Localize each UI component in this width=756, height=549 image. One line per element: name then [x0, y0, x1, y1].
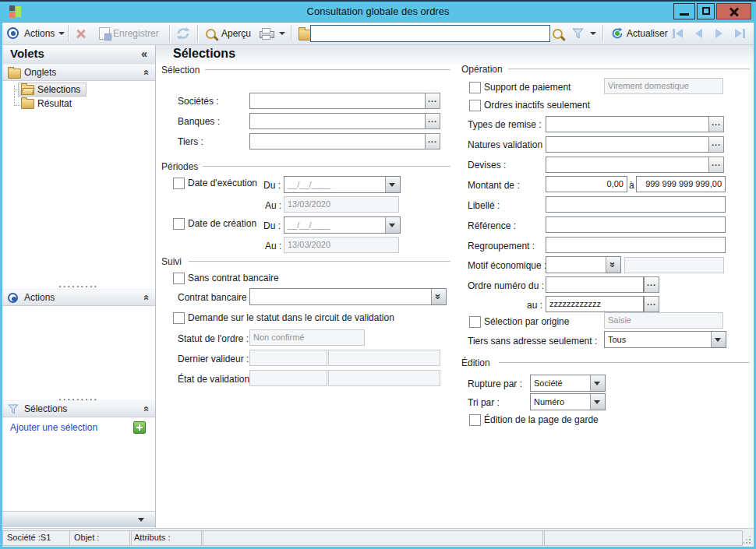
combo-arrow-icon[interactable]: [385, 177, 400, 192]
date-creation-checkbox[interactable]: [173, 218, 185, 230]
types-remise-browse-button[interactable]: [708, 116, 724, 132]
section-actions-header[interactable]: Actions «: [2, 289, 155, 306]
group-operation-legend: Opération: [461, 64, 503, 75]
section-onglets-header[interactable]: Onglets «: [2, 64, 155, 81]
combo-arrow-icon[interactable]: [590, 394, 605, 410]
montant-min-input[interactable]: 0,00: [546, 176, 627, 192]
ordre-numero-du-input[interactable]: [546, 276, 644, 293]
types-remise-input[interactable]: [546, 116, 709, 132]
ordre-numero-du-browse-button[interactable]: [644, 276, 659, 293]
combo-double-chevron-icon[interactable]: [606, 257, 620, 273]
selection-origine-input: Saisie: [604, 312, 723, 329]
collapse-panel-icon[interactable]: «: [141, 48, 147, 60]
ordre-numero-au-browse-button[interactable]: [644, 296, 659, 312]
preview-magnifier-icon[interactable]: [206, 29, 216, 39]
toolbar-separator: [68, 25, 69, 42]
group-line: [203, 166, 450, 167]
au-label: Au :: [265, 241, 281, 252]
delete-icon[interactable]: [76, 28, 87, 39]
preview-button[interactable]: Aperçu: [221, 27, 251, 40]
devises-browse-button[interactable]: [708, 157, 724, 173]
search-input[interactable]: [310, 25, 550, 42]
page-title-strip: Sélections: [156, 45, 754, 64]
section-onglets-label: Onglets: [24, 67, 56, 78]
banques-label: Banques :: [178, 116, 220, 127]
toolbar-separator: [197, 25, 199, 42]
combo-arrow-icon[interactable]: [711, 332, 726, 347]
contrat-bancaire-combo[interactable]: [249, 288, 447, 305]
combo-arrow-icon[interactable]: [590, 375, 605, 391]
tree-item-resultat[interactable]: Résultat: [37, 98, 72, 109]
page-garde-label: Édition de la page de garde: [484, 414, 599, 425]
selection-origine-checkbox[interactable]: [469, 316, 481, 328]
minimize-button[interactable]: [673, 3, 695, 19]
collapse-section-icon[interactable]: «: [140, 294, 151, 300]
tree-item-selections[interactable]: Sélections: [37, 84, 80, 95]
natures-validation-input[interactable]: [546, 136, 709, 153]
collapse-section-icon[interactable]: «: [140, 69, 151, 75]
libelle-input[interactable]: [546, 196, 726, 213]
close-button[interactable]: [716, 3, 751, 19]
nav-previous-button[interactable]: [691, 26, 707, 40]
group-periodes-legend: Périodes: [161, 161, 198, 172]
etat-validation-label: État de validation :: [178, 374, 255, 385]
date-creation-du-combo[interactable]: __/__/____: [284, 216, 401, 234]
montant-max-input[interactable]: 999 999 999 999,00: [636, 176, 726, 192]
nav-first-button[interactable]: [671, 26, 687, 40]
tri-par-label: Tri par :: [468, 397, 500, 408]
save-button[interactable]: Enregistrer: [113, 27, 159, 40]
tiers-input[interactable]: [249, 133, 426, 150]
devises-input[interactable]: [546, 157, 709, 173]
tri-par-combo[interactable]: Numéro: [530, 393, 606, 410]
refresh-icon[interactable]: [176, 26, 190, 40]
natures-validation-browse-button[interactable]: [708, 136, 724, 153]
societes-browse-button[interactable]: [425, 93, 440, 109]
motif-economique-input: [624, 257, 724, 273]
collapse-section-icon[interactable]: «: [140, 406, 151, 411]
montant-de-label: Montant de :: [468, 180, 520, 191]
date-execution-du-combo[interactable]: __/__/____: [284, 176, 401, 193]
tree-guide: [14, 105, 20, 106]
save-icon[interactable]: [99, 27, 110, 40]
combo-arrow-icon[interactable]: [385, 217, 400, 233]
print-caret-icon[interactable]: [279, 32, 285, 35]
nav-next-button[interactable]: [712, 26, 727, 40]
banques-input[interactable]: [249, 113, 426, 129]
nav-last-button[interactable]: [732, 26, 747, 40]
motif-economique-combo[interactable]: [546, 256, 621, 273]
tiers-sans-adresse-combo[interactable]: Tous: [604, 331, 726, 348]
section-selections-header[interactable]: Sélections «: [2, 400, 155, 417]
banques-browse-button[interactable]: [425, 113, 440, 129]
filter-caret-icon[interactable]: [590, 32, 596, 35]
maximize-button[interactable]: [697, 3, 715, 19]
a-label: à: [629, 180, 634, 191]
date-execution-au-input: 13/03/2020: [284, 196, 399, 213]
filter-funnel-icon[interactable]: [572, 28, 584, 39]
refresh-button[interactable]: Actualiser: [627, 27, 668, 40]
rupture-par-combo[interactable]: Société: [530, 375, 606, 392]
support-paiement-checkbox[interactable]: [469, 82, 481, 93]
print-icon[interactable]: [260, 28, 273, 39]
panel-splitter[interactable]: [2, 279, 155, 288]
actions-caret-icon[interactable]: [58, 32, 65, 35]
societes-input[interactable]: [249, 93, 426, 109]
ordre-numero-au-input[interactable]: zzzzzzzzzzzz: [546, 296, 644, 312]
page-garde-checkbox[interactable]: [469, 414, 481, 426]
resize-grip[interactable]: [741, 534, 751, 544]
scroll-down-bar[interactable]: [2, 511, 155, 527]
reference-input[interactable]: [546, 216, 726, 233]
ordre-numero-au-label: au :: [527, 300, 542, 311]
date-execution-checkbox[interactable]: [173, 178, 185, 189]
search-magnifier-icon[interactable]: [553, 29, 563, 39]
demande-statut-checkbox[interactable]: [173, 312, 185, 324]
combo-double-chevron-icon[interactable]: [431, 289, 446, 304]
actions-menu-button[interactable]: Actions: [24, 27, 55, 40]
sans-contrat-checkbox[interactable]: [173, 273, 185, 284]
date-execution-label: Date d'exécution: [188, 178, 257, 188]
add-plus-icon[interactable]: [133, 421, 146, 434]
regroupement-input[interactable]: [546, 237, 726, 253]
app-window: Consultation globale des ordres Actions …: [0, 0, 756, 549]
ordres-inactifs-checkbox[interactable]: [469, 100, 481, 111]
add-selection-link[interactable]: Ajouter une sélection: [10, 422, 97, 433]
tiers-browse-button[interactable]: [425, 133, 440, 150]
